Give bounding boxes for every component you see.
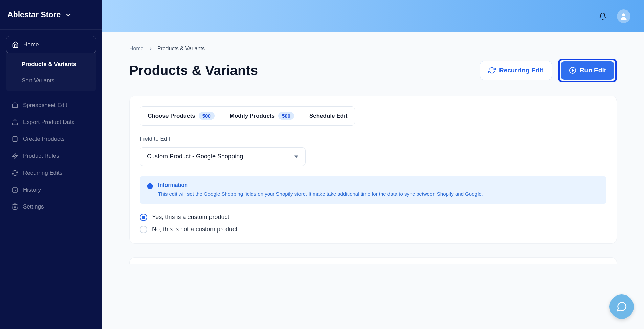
nav-label: Product Rules: [23, 153, 59, 159]
chevron-down-icon: [65, 11, 72, 19]
run-edit-button[interactable]: Run Edit: [561, 61, 614, 80]
breadcrumb-home[interactable]: Home: [129, 46, 144, 52]
info-title: Information: [158, 182, 483, 188]
button-label: Run Edit: [580, 67, 606, 74]
gear-icon: [12, 203, 18, 210]
svg-point-8: [622, 13, 625, 16]
tab-label: Modify Products: [230, 113, 275, 119]
nav-group-rest: Spreadsheet Edit Export Product Data Cre…: [0, 95, 102, 215]
nav-sort-variants[interactable]: Sort Variants: [6, 72, 96, 89]
refresh-icon: [488, 67, 496, 74]
nav-label: Settings: [23, 203, 44, 210]
tab-choose-products[interactable]: Choose Products 500: [140, 107, 222, 125]
radio-input[interactable]: [140, 214, 147, 221]
svg-rect-13: [150, 185, 150, 188]
nav-create[interactable]: Create Products: [6, 131, 96, 148]
nav-export[interactable]: Export Product Data: [6, 114, 96, 131]
nav-home[interactable]: Home: [6, 36, 96, 53]
field-label: Field to Edit: [140, 136, 606, 142]
chevron-right-icon: [149, 47, 153, 51]
topbar: [102, 0, 644, 32]
info-icon: [147, 183, 153, 190]
chat-icon: [616, 301, 627, 312]
tab-modify-products[interactable]: Modify Products 500: [222, 107, 302, 125]
select-value: Custom Product - Google Shopping: [147, 153, 243, 160]
page-header: Products & Variants Recurring Edit Run E…: [129, 59, 617, 82]
svg-marker-11: [294, 155, 298, 158]
nav-label: History: [23, 187, 41, 193]
breadcrumb: Home Products & Variants: [129, 46, 617, 52]
info-box: Information This edit will set the Googl…: [140, 176, 606, 204]
home-icon: [12, 41, 19, 48]
store-selector[interactable]: Ablestar Store: [0, 0, 102, 30]
nav-sub-group: Products & Variants Sort Variants: [6, 53, 96, 91]
info-text: This edit will set the Google Shopping f…: [158, 190, 483, 198]
radio-no[interactable]: No, this is not a custom product: [140, 226, 606, 233]
tab-badge: 500: [199, 112, 215, 120]
nav-label: Create Products: [23, 136, 65, 142]
nav-label: Spreadsheet Edit: [23, 102, 67, 109]
nav-products-variants[interactable]: Products & Variants: [6, 56, 96, 72]
recurring-edit-button[interactable]: Recurring Edit: [480, 61, 552, 80]
nav-label: Export Product Data: [23, 119, 75, 126]
svg-point-14: [150, 184, 150, 185]
plus-file-icon: [12, 136, 18, 142]
svg-marker-10: [572, 69, 574, 71]
nav-recurring[interactable]: Recurring Edits: [6, 164, 96, 181]
svg-rect-0: [13, 104, 18, 108]
nav-settings[interactable]: Settings: [6, 198, 96, 215]
main: Home Products & Variants Products & Vari…: [102, 0, 644, 329]
nav-rules[interactable]: Product Rules: [6, 148, 96, 164]
avatar[interactable]: [617, 9, 630, 23]
nav-group: Home: [0, 30, 102, 53]
nav-label: Recurring Edits: [23, 170, 62, 176]
bolt-icon: [12, 153, 18, 159]
radio-yes[interactable]: Yes, this is a custom product: [140, 214, 606, 221]
next-card-peek: [129, 257, 617, 264]
content: Home Products & Variants Products & Vari…: [102, 32, 644, 329]
caret-down-icon: [294, 155, 298, 159]
clock-icon: [12, 187, 18, 193]
chat-fab[interactable]: [609, 294, 634, 319]
svg-point-7: [14, 206, 16, 208]
page-title: Products & Variants: [129, 63, 258, 78]
bell-icon[interactable]: [599, 12, 607, 20]
tab-schedule-edit[interactable]: Schedule Edit: [302, 107, 355, 125]
run-edit-highlight: Run Edit: [558, 59, 617, 82]
sidebar: Ablestar Store Home Products & Variants …: [0, 0, 102, 329]
tab-label: Schedule Edit: [309, 113, 347, 119]
upload-icon: [12, 119, 18, 126]
store-name: Ablestar Store: [7, 10, 61, 19]
user-icon: [619, 12, 628, 21]
refresh-icon: [12, 170, 18, 176]
radio-group: Yes, this is a custom product No, this i…: [140, 214, 606, 233]
svg-marker-5: [13, 153, 18, 159]
nav-spreadsheet[interactable]: Spreadsheet Edit: [6, 97, 96, 114]
radio-label: No, this is not a custom product: [152, 226, 237, 233]
field-select[interactable]: Custom Product - Google Shopping: [140, 147, 306, 166]
nav-history[interactable]: History: [6, 181, 96, 198]
tabs: Choose Products 500 Modify Products 500 …: [140, 106, 355, 126]
nav-label: Home: [23, 41, 39, 48]
breadcrumb-current: Products & Variants: [157, 46, 205, 52]
info-content: Information This edit will set the Googl…: [158, 182, 483, 198]
spreadsheet-icon: [12, 102, 18, 109]
tab-label: Choose Products: [148, 113, 195, 119]
edit-card: Choose Products 500 Modify Products 500 …: [129, 96, 617, 244]
tab-badge: 500: [278, 112, 294, 120]
header-actions: Recurring Edit Run Edit: [480, 59, 617, 82]
play-circle-icon: [569, 67, 576, 74]
button-label: Recurring Edit: [499, 67, 543, 74]
radio-input[interactable]: [140, 226, 147, 233]
radio-label: Yes, this is a custom product: [152, 214, 229, 221]
